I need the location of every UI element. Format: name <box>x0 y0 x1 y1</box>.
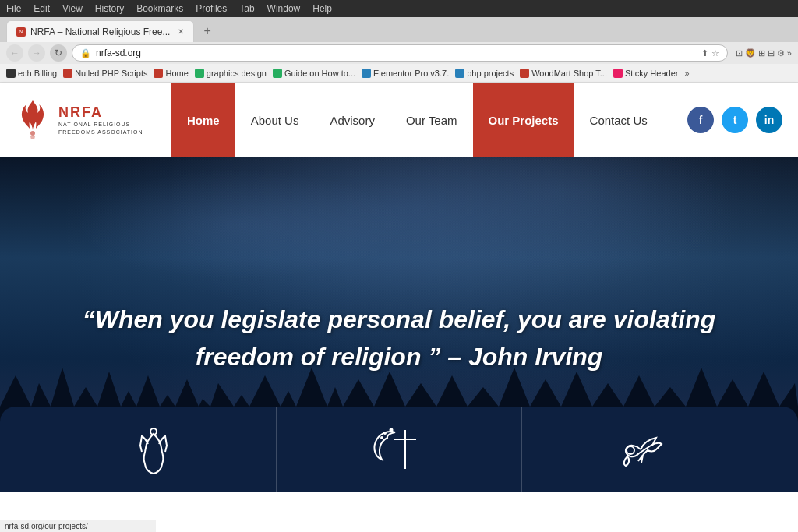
url-bar[interactable]: 🔒 nrfa-sd.org ⬆ ☆ <box>72 44 728 62</box>
lock-icon: 🔒 <box>80 48 91 58</box>
logo-subtitle-1: NATIONAL RELIGIOUS <box>58 121 143 128</box>
bookmark-icon <box>273 69 282 78</box>
bookmark-label: ech Billing <box>18 69 57 78</box>
menu-help[interactable]: Help <box>312 3 332 14</box>
bookmark-icon <box>195 69 204 78</box>
svg-point-5 <box>384 432 386 434</box>
browser-menu-bar: File Edit View History Bookmarks Profile… <box>0 0 798 17</box>
url-text: nrfa-sd.org <box>96 48 141 58</box>
status-bar: nrfa-sd.org/our-projects/ <box>0 520 156 532</box>
bookmark-icon <box>455 69 464 78</box>
svg-point-0 <box>30 131 35 136</box>
menu-edit[interactable]: Edit <box>34 3 50 14</box>
twitter-button[interactable]: t <box>722 107 748 133</box>
share-icon: ⬆ <box>701 48 708 58</box>
menu-view[interactable]: View <box>62 3 83 14</box>
bookmark-sticky[interactable]: Sticky Header <box>613 69 678 78</box>
nav-contact[interactable]: Contact Us <box>574 83 663 157</box>
bookmark-home[interactable]: Home <box>154 69 188 78</box>
bookmarks-toolbar: ech Billing Nulled PHP Scripts Home grap… <box>0 64 798 83</box>
bookmark-label: graphics design <box>207 69 267 78</box>
logo-icon <box>16 99 51 142</box>
logo-subtitle-2: FREEDOMS ASSOCIATION <box>58 129 143 136</box>
forward-button[interactable]: → <box>28 44 45 62</box>
facebook-button[interactable]: f <box>687 107 714 133</box>
bookmark-label: WoodMart Shop T... <box>531 69 607 78</box>
bookmark-label: Guide on How to... <box>284 69 355 78</box>
bookmark-label: Home <box>165 69 188 78</box>
browser-controls: ← → ↻ 🔒 nrfa-sd.org ⬆ ☆ ⊡ 🦁 ⊞ ⊟ ⚙ » <box>0 42 798 64</box>
hero-quote: “When you legislate personal belief, you… <box>0 285 798 407</box>
nav-menu: Home About Us Advisory Our Team Our Proj… <box>171 83 687 157</box>
svg-point-7 <box>627 446 634 454</box>
menu-bookmarks[interactable]: Bookmarks <box>136 3 183 14</box>
menu-file[interactable]: File <box>6 3 21 14</box>
bookmark-label: php projects <box>467 69 514 78</box>
browser-tab[interactable]: N NRFA – National Religious Free... ✕ <box>6 20 194 42</box>
tab-title: NRFA – National Religious Free... <box>30 26 170 37</box>
icon-section-2 <box>277 407 522 492</box>
url-icons: ⬆ ☆ <box>701 48 719 58</box>
bookmark-icon <box>154 69 163 78</box>
tab-close-button[interactable]: ✕ <box>178 27 184 36</box>
bookmark-graphics[interactable]: graphics design <box>195 69 267 78</box>
website-content: NRFA NATIONAL RELIGIOUS FREEDOMS ASSOCIA… <box>0 83 798 492</box>
bookmark-icon <box>63 69 72 78</box>
dove-icon <box>613 422 676 477</box>
nav-about[interactable]: About Us <box>235 83 315 157</box>
bookmark-label: Sticky Header <box>625 69 678 78</box>
bookmark-elementor[interactable]: Elementor Pro v3.7. <box>362 69 449 78</box>
nav-ourteam[interactable]: Our Team <box>390 83 473 157</box>
tab-bar: N NRFA – National Religious Free... ✕ + <box>0 17 798 42</box>
bookmark-label: Nulled PHP Scripts <box>75 69 147 78</box>
reload-button[interactable]: ↻ <box>50 44 67 62</box>
bookmark-icon <box>520 69 529 78</box>
hero-section: “When you legislate personal belief, you… <box>0 157 798 492</box>
extensions-area: ⊡ 🦁 ⊞ ⊟ ⚙ » <box>736 48 792 58</box>
bookmark-guide[interactable]: Guide on How to... <box>273 69 355 78</box>
bookmark-billing[interactable]: ech Billing <box>6 69 57 78</box>
svg-point-6 <box>381 437 383 439</box>
bookmark-nulled[interactable]: Nulled PHP Scripts <box>63 69 147 78</box>
logo-nrfa: NRFA <box>58 104 143 121</box>
logo-area: NRFA NATIONAL RELIGIOUS FREEDOMS ASSOCIA… <box>16 99 171 142</box>
nav-advisory[interactable]: Advisory <box>314 83 390 157</box>
bookmark-woodmart[interactable]: WoodMart Shop T... <box>520 69 607 78</box>
icon-section-1 <box>31 407 277 492</box>
menu-window[interactable]: Window <box>267 3 301 14</box>
menu-tab[interactable]: Tab <box>239 3 254 14</box>
tab-favicon: N <box>16 27 26 37</box>
bookmark-label: Elementor Pro v3.7. <box>373 69 449 78</box>
religious-symbols-icon <box>368 422 430 477</box>
bookmark-icon <box>613 69 623 78</box>
bookmark-icon <box>362 69 371 78</box>
logo-text-area: NRFA NATIONAL RELIGIOUS FREEDOMS ASSOCIA… <box>58 104 143 135</box>
status-url: nrfa-sd.org/our-projects/ <box>5 522 88 530</box>
social-icons: f t in <box>687 107 782 133</box>
navbar: NRFA NATIONAL RELIGIOUS FREEDOMS ASSOCIA… <box>0 83 798 157</box>
svg-point-4 <box>390 429 393 432</box>
menu-profiles[interactable]: Profiles <box>196 3 227 14</box>
bottom-icons-bar <box>0 407 798 492</box>
nav-home[interactable]: Home <box>171 83 235 157</box>
bookmark-php[interactable]: php projects <box>455 69 514 78</box>
back-button[interactable]: ← <box>6 44 23 62</box>
icon-section-3 <box>522 407 767 492</box>
menu-history[interactable]: History <box>95 3 124 14</box>
praying-hands-icon <box>126 422 181 477</box>
star-icon[interactable]: ☆ <box>711 48 719 58</box>
bookmark-icon <box>6 69 16 78</box>
nav-ourprojects[interactable]: Our Projects <box>473 83 574 157</box>
new-tab-button[interactable]: + <box>197 20 217 42</box>
linkedin-button[interactable]: in <box>756 107 782 133</box>
more-bookmarks[interactable]: » <box>684 69 689 78</box>
